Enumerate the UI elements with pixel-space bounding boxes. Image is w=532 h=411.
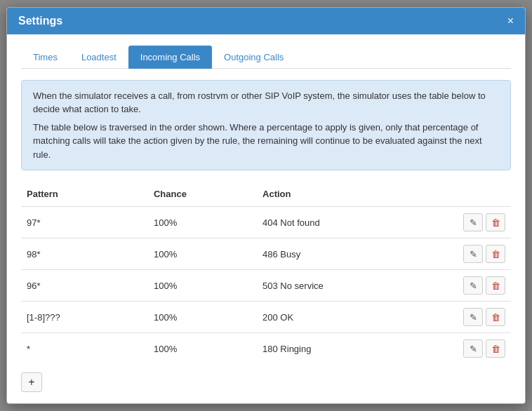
delete-button[interactable]: 🗑	[486, 245, 505, 263]
rules-table: Pattern Chance Action 97*100%404 Not fou…	[21, 184, 511, 364]
cell-action: 180 Ringing	[257, 333, 439, 365]
cell-chance: 100%	[148, 270, 257, 302]
cell-chance: 100%	[148, 207, 257, 238]
close-button[interactable]: ×	[507, 15, 514, 27]
cell-chance: 100%	[148, 302, 257, 333]
tab-bar: Times Loadtest Incoming Calls Outgoing C…	[21, 46, 511, 69]
cell-action: 404 Not found	[257, 207, 439, 238]
cell-buttons: ✎ 🗑	[439, 302, 511, 333]
table-row: 97*100%404 Not found ✎ 🗑	[21, 207, 511, 238]
action-buttons: ✎ 🗑	[444, 213, 505, 231]
table-row: 98*100%486 Busy ✎ 🗑	[21, 238, 511, 270]
cell-pattern: 96*	[21, 270, 148, 302]
tab-loadtest[interactable]: Loadtest	[69, 46, 128, 69]
table-row: [1-8]???100%200 OK ✎ 🗑	[21, 302, 511, 333]
cell-action: 503 No service	[257, 270, 439, 302]
edit-button[interactable]: ✎	[463, 339, 483, 358]
info-line-1: When the simulator receives a call, from…	[33, 89, 499, 116]
cell-chance: 100%	[148, 238, 257, 270]
edit-button[interactable]: ✎	[463, 245, 483, 263]
delete-button[interactable]: 🗑	[486, 276, 505, 295]
tab-outgoing-calls[interactable]: Outgoing Calls	[212, 46, 295, 69]
delete-button[interactable]: 🗑	[486, 308, 505, 326]
cell-buttons: ✎ 🗑	[439, 207, 511, 238]
action-buttons: ✎ 🗑	[444, 245, 505, 263]
cell-pattern: [1-8]???	[21, 302, 148, 333]
delete-button[interactable]: 🗑	[486, 213, 505, 231]
col-header-actions	[439, 184, 511, 207]
delete-button[interactable]: 🗑	[486, 339, 505, 358]
info-box: When the simulator receives a call, from…	[21, 80, 511, 171]
edit-button[interactable]: ✎	[463, 276, 483, 295]
add-rule-button[interactable]: +	[21, 372, 42, 392]
col-header-pattern: Pattern	[21, 184, 148, 207]
tab-incoming-calls[interactable]: Incoming Calls	[128, 46, 212, 69]
action-buttons: ✎ 🗑	[444, 276, 505, 295]
col-header-chance: Chance	[148, 184, 257, 207]
modal-body: Times Loadtest Incoming Calls Outgoing C…	[7, 34, 525, 404]
cell-buttons: ✎ 🗑	[439, 333, 511, 365]
col-header-action: Action	[257, 184, 439, 207]
cell-buttons: ✎ 🗑	[439, 238, 511, 270]
info-line-2: The table below is traversed in the orde…	[33, 121, 499, 162]
cell-pattern: *	[21, 333, 148, 365]
cell-buttons: ✎ 🗑	[439, 270, 511, 302]
edit-button[interactable]: ✎	[463, 308, 483, 326]
cell-chance: 100%	[148, 333, 257, 365]
table-row: 96*100%503 No service ✎ 🗑	[21, 270, 511, 302]
action-buttons: ✎ 🗑	[444, 339, 505, 358]
action-buttons: ✎ 🗑	[444, 308, 505, 326]
cell-pattern: 97*	[21, 207, 148, 238]
edit-button[interactable]: ✎	[463, 213, 483, 231]
cell-pattern: 98*	[21, 238, 148, 270]
modal-header: Settings ×	[7, 8, 525, 34]
cell-action: 200 OK	[257, 302, 439, 333]
modal-title: Settings	[18, 15, 62, 27]
settings-modal: Settings × Times Loadtest Incoming Calls…	[6, 7, 526, 405]
tab-times[interactable]: Times	[21, 46, 69, 69]
cell-action: 486 Busy	[257, 238, 439, 270]
table-row: *100%180 Ringing ✎ 🗑	[21, 333, 511, 365]
